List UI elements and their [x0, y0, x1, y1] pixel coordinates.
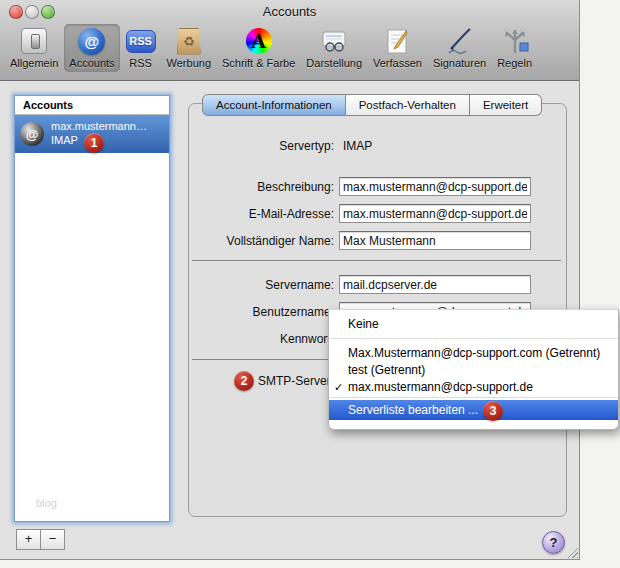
at-sphere-icon: @ [77, 26, 107, 56]
toolbar-label: Signaturen [433, 57, 486, 69]
resize-grip[interactable] [565, 545, 578, 558]
vollstaendiger-name-label: Vollständiger Name: [140, 234, 334, 248]
account-at-icon: @ [20, 122, 44, 146]
bag-icon: ♻ [174, 26, 204, 56]
tab-postfach-verhalten[interactable]: Postfach-Verhalten [346, 94, 470, 116]
title-bar[interactable]: Accounts [0, 0, 579, 22]
email-adresse-field[interactable] [339, 204, 531, 223]
toolbar-item-regeln[interactable]: Regeln [492, 24, 537, 72]
window-title: Accounts [0, 4, 579, 19]
benutzername-label: Benutzername: [140, 305, 334, 319]
toolbar-item-schrift-farbe[interactable]: A Schrift & Farbe [217, 24, 300, 72]
servername-label: Servername: [140, 278, 334, 292]
menu-item-account-com[interactable]: Max.Mustermann@dcp-support.com (Getrennt… [329, 345, 618, 361]
vollstaendiger-name-field[interactable] [339, 231, 531, 250]
smtp-server-menu: Keine Max.Mustermann@dcp-support.com (Ge… [328, 309, 619, 430]
preferences-toolbar: Allgemein @ Accounts RSS RSS ♻ Werbung A… [0, 24, 579, 80]
tab-erweitert[interactable]: Erweitert [470, 94, 542, 116]
menu-item-test[interactable]: test (Getrennt) [329, 362, 618, 378]
toolbar-label: Regeln [497, 57, 532, 69]
check-icon: ✓ [334, 379, 343, 395]
toolbar-item-rss[interactable]: RSS RSS [121, 24, 161, 72]
beschreibung-label: Beschreibung: [140, 180, 334, 194]
menu-separator [330, 338, 617, 339]
accounts-list-header: Accounts [15, 96, 169, 115]
toolbar-label: Allgemein [10, 57, 58, 69]
preferences-window: Accounts Allgemein @ Accounts RSS RSS ♻ … [0, 0, 580, 560]
menu-item-account-de[interactable]: ✓max.mustermann@dcp-support.de [329, 379, 618, 395]
pen-icon [445, 26, 475, 56]
branch-arrows-icon [500, 26, 530, 56]
letter-a-rainbow-icon: A [244, 26, 274, 56]
servername-field[interactable] [339, 275, 531, 294]
toolbar-label: Accounts [69, 57, 114, 69]
glasses-icon [319, 26, 349, 56]
toolbar-label: Darstellung [306, 57, 362, 69]
toolbar-item-accounts[interactable]: @ Accounts [64, 24, 119, 72]
account-type: IMAP [51, 134, 78, 146]
toolbar-label: Schrift & Farbe [222, 57, 295, 69]
menu-item-keine[interactable]: Keine [329, 316, 618, 332]
window-chrome: Accounts Allgemein @ Accounts RSS RSS ♻ … [0, 0, 579, 81]
add-account-button[interactable]: + [16, 529, 41, 550]
switch-icon [19, 26, 49, 56]
menu-separator [330, 397, 617, 398]
menu-item-serverliste-bearbeiten[interactable]: Serverliste bearbeiten ... [329, 400, 618, 420]
email-adresse-label: E-Mail-Adresse: [140, 207, 334, 221]
servertyp-label: Servertyp: [140, 139, 334, 153]
servertyp-value: IMAP [343, 139, 372, 153]
watermark-text: blog [36, 497, 57, 509]
toolbar-item-werbung[interactable]: ♻ Werbung [162, 24, 216, 72]
tab-account-informationen[interactable]: Account-Informationen [202, 94, 346, 116]
annotation-badge-2: 2 [234, 371, 254, 391]
toolbar-label: RSS [129, 57, 152, 69]
toolbar-item-signaturen[interactable]: Signaturen [428, 24, 491, 72]
toolbar-label: Verfassen [373, 57, 422, 69]
annotation-badge-1: 1 [84, 133, 104, 153]
kennwort-label: Kennwort: [140, 332, 334, 346]
rss-icon: RSS [126, 26, 156, 56]
toolbar-item-verfassen[interactable]: Verfassen [368, 24, 427, 72]
form-divider [192, 260, 561, 261]
pencil-icon [382, 26, 412, 56]
remove-account-button[interactable]: − [40, 529, 65, 550]
account-tabs: Account-Informationen Postfach-Verhalten… [202, 94, 542, 116]
toolbar-item-darstellung[interactable]: Darstellung [301, 24, 367, 72]
annotation-badge-3: 3 [483, 401, 503, 421]
beschreibung-field[interactable] [339, 177, 531, 196]
help-button[interactable]: ? [542, 531, 565, 554]
list-edit-buttons: + − [16, 529, 65, 550]
toolbar-item-allgemein[interactable]: Allgemein [5, 24, 63, 72]
toolbar-label: Werbung [167, 57, 211, 69]
account-name: max.mustermann… [51, 120, 147, 132]
